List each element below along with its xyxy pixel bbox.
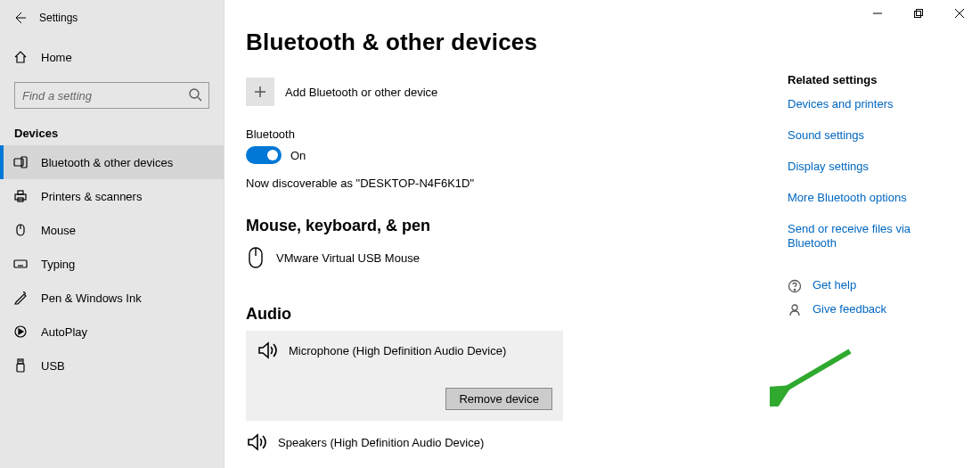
device-speakers-label: Speakers (High Definition Audio Device) bbox=[278, 436, 484, 449]
sidebar-item-label: USB bbox=[41, 359, 65, 373]
link-give-feedback[interactable]: Give feedback bbox=[788, 302, 948, 317]
link-send-receive-files[interactable]: Send or receive files via Bluetooth bbox=[788, 222, 948, 252]
maximize-button[interactable] bbox=[898, 0, 939, 27]
sidebar-home-label: Home bbox=[41, 51, 72, 64]
sidebar-group-label: Devices bbox=[0, 118, 224, 145]
link-display-settings[interactable]: Display settings bbox=[788, 160, 948, 175]
link-sound-settings[interactable]: Sound settings bbox=[788, 128, 948, 144]
usb-icon bbox=[12, 358, 29, 373]
sidebar-item-label: Bluetooth & other devices bbox=[41, 156, 173, 169]
back-button[interactable] bbox=[0, 0, 39, 36]
speaker-icon bbox=[257, 340, 278, 361]
sidebar-item-mouse[interactable]: Mouse bbox=[0, 213, 224, 247]
feedback-icon bbox=[788, 303, 802, 317]
sidebar-item-label: AutoPlay bbox=[41, 325, 87, 339]
bluetooth-toggle[interactable] bbox=[246, 146, 282, 164]
svg-line-7 bbox=[198, 97, 201, 101]
device-card-microphone[interactable]: Microphone (High Definition Audio Device… bbox=[246, 331, 563, 421]
svg-rect-15 bbox=[14, 260, 27, 267]
help-icon bbox=[788, 279, 802, 293]
sidebar-home[interactable]: Home bbox=[0, 39, 224, 75]
devices-icon bbox=[12, 155, 29, 169]
search-icon bbox=[188, 87, 202, 102]
device-mic-label: Microphone (High Definition Audio Device… bbox=[289, 344, 506, 357]
sidebar: Settings Home Devices Bluetooth & oth bbox=[0, 0, 225, 468]
sidebar-item-printers[interactable]: Printers & scanners bbox=[0, 179, 224, 213]
window-controls bbox=[857, 0, 980, 27]
help-label: Get help bbox=[813, 278, 856, 293]
home-icon bbox=[12, 50, 29, 64]
svg-rect-1 bbox=[915, 12, 921, 18]
link-get-help[interactable]: Get help bbox=[788, 278, 948, 293]
feedback-label: Give feedback bbox=[813, 302, 886, 317]
page-title: Bluetooth & other devices bbox=[246, 29, 980, 56]
sidebar-item-label: Pen & Windows Ink bbox=[41, 291, 142, 305]
speaker-icon bbox=[246, 431, 267, 453]
sidebar-item-label: Typing bbox=[41, 258, 75, 271]
device-row-speakers[interactable]: Speakers (High Definition Audio Device) bbox=[246, 424, 980, 456]
svg-rect-21 bbox=[18, 359, 23, 364]
minimize-button[interactable] bbox=[857, 0, 898, 27]
close-button[interactable] bbox=[939, 0, 980, 27]
svg-point-30 bbox=[794, 289, 795, 290]
sidebar-item-typing[interactable]: Typing bbox=[0, 247, 224, 281]
keyboard-icon bbox=[12, 257, 29, 271]
main-panel: Bluetooth & other devices Add Bluetooth … bbox=[225, 0, 980, 468]
related-panel: Related settings Devices and printers So… bbox=[788, 73, 948, 326]
svg-point-31 bbox=[792, 305, 797, 310]
svg-line-32 bbox=[783, 351, 850, 390]
sidebar-item-bluetooth[interactable]: Bluetooth & other devices bbox=[0, 145, 224, 179]
printer-icon bbox=[12, 189, 29, 203]
sidebar-item-pen[interactable]: Pen & Windows Ink bbox=[0, 281, 224, 315]
remove-device-button[interactable]: Remove device bbox=[445, 388, 552, 410]
related-heading: Related settings bbox=[788, 73, 948, 86]
link-devices-and-printers[interactable]: Devices and printers bbox=[788, 97, 948, 112]
sidebar-item-usb[interactable]: USB bbox=[0, 349, 224, 382]
bluetooth-state: On bbox=[290, 149, 306, 162]
svg-point-6 bbox=[190, 89, 199, 98]
device-mouse-label: VMware Virtual USB Mouse bbox=[276, 251, 420, 265]
app-title: Settings bbox=[39, 12, 78, 24]
search-input[interactable] bbox=[14, 82, 209, 109]
svg-rect-22 bbox=[17, 364, 24, 372]
autoplay-icon bbox=[12, 324, 29, 339]
svg-rect-2 bbox=[917, 10, 923, 16]
sidebar-item-autoplay[interactable]: AutoPlay bbox=[0, 315, 224, 349]
annotation-arrow bbox=[770, 344, 859, 406]
plus-icon bbox=[246, 78, 274, 106]
svg-rect-11 bbox=[18, 191, 23, 194]
mouse-icon bbox=[12, 223, 29, 237]
sidebar-item-label: Printers & scanners bbox=[41, 190, 142, 203]
add-device-label: Add Bluetooth or other device bbox=[285, 86, 437, 99]
link-more-bluetooth-options[interactable]: More Bluetooth options bbox=[788, 191, 948, 206]
mouse-device-icon bbox=[246, 246, 265, 269]
svg-rect-10 bbox=[15, 194, 26, 200]
pen-icon bbox=[12, 291, 29, 305]
sidebar-item-label: Mouse bbox=[41, 224, 76, 237]
